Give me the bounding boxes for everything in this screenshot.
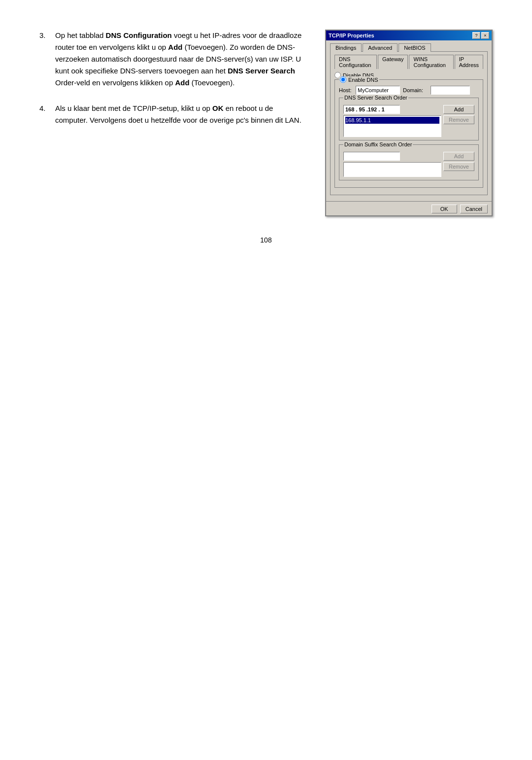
host-input[interactable]: [356, 86, 400, 95]
dns-server-search-title: DNS Server Search Order: [343, 95, 408, 101]
host-domain-row: Host: Domain:: [339, 86, 479, 95]
text-column: 3. Op het tabblad DNS Configuration voeg…: [39, 30, 305, 140]
tab-wins-configuration[interactable]: WINS Configuration: [409, 55, 453, 69]
enable-dns-title: Enable DNS: [339, 76, 379, 84]
dns-btn-group: Add Remove: [443, 105, 474, 124]
step-3-number: 3.: [39, 30, 51, 89]
domain-suffix-btn-group: Add Remove: [443, 152, 474, 171]
tab-advanced[interactable]: Advanced: [363, 43, 398, 52]
dns-list-box: 168.95.1.1: [343, 115, 441, 137]
domain-suffix-title: Domain Suffix Search Order: [343, 141, 413, 147]
dns-ip-input[interactable]: [343, 105, 400, 114]
domain-input[interactable]: [431, 86, 470, 95]
dialog-footer: OK Cancel: [326, 201, 492, 215]
dns-entry-row: 168.95.1.1 Add Remove: [343, 105, 474, 137]
domain-label: Domain:: [403, 87, 428, 93]
enable-dns-group: Enable DNS Host: Domain:: [334, 79, 483, 188]
step-4-number: 4.: [39, 103, 51, 126]
tab-gateway[interactable]: Gateway: [378, 55, 408, 69]
dns-input-list: 168.95.1.1: [343, 105, 441, 137]
tab-dns-configuration[interactable]: DNS Configuration: [334, 55, 377, 69]
help-button[interactable]: ?: [472, 32, 480, 39]
page-content: 3. Op het tabblad DNS Configuration voeg…: [39, 30, 493, 216]
enable-dns-radio[interactable]: [340, 76, 346, 83]
ok-button[interactable]: OK: [432, 205, 457, 213]
step-3-text: Op het tabblad DNS Configuration voegt u…: [55, 30, 305, 89]
domain-suffix-inputs: [343, 152, 441, 177]
host-label: Host:: [339, 87, 353, 93]
tab-bindings[interactable]: Bindings: [330, 43, 362, 52]
page-number: 108: [39, 236, 493, 244]
dns-list-item-0[interactable]: 168.95.1.1: [345, 117, 439, 124]
step-3: 3. Op het tabblad DNS Configuration voeg…: [39, 30, 305, 89]
dns-add-button[interactable]: Add: [443, 105, 474, 114]
cancel-button[interactable]: Cancel: [460, 205, 488, 213]
domain-suffix-add-button[interactable]: Add: [443, 152, 474, 161]
dns-remove-button[interactable]: Remove: [443, 115, 474, 124]
tcp-ip-dialog: TCP/IP Properties ? × Bindings Advanced …: [325, 30, 493, 216]
domain-suffix-list: [343, 162, 441, 177]
enable-dns-label: Enable DNS: [348, 77, 378, 83]
domain-suffix-remove-button[interactable]: Remove: [443, 162, 474, 171]
dialog-column: TCP/IP Properties ? × Bindings Advanced …: [325, 30, 493, 216]
step-4-text: Als u klaar bent met de TCP/IP-setup, kl…: [55, 103, 305, 126]
titlebar-buttons: ? ×: [472, 32, 489, 39]
domain-suffix-group: Domain Suffix Search Order Add Remove: [339, 144, 479, 180]
tab-netbios[interactable]: NetBIOS: [399, 43, 431, 52]
domain-suffix-entry-row: Add Remove: [343, 152, 474, 177]
dialog-titlebar: TCP/IP Properties ? ×: [326, 31, 492, 40]
tabs-container: DNS Configuration Gateway WINS Configura…: [330, 51, 488, 195]
dialog-body: Bindings Advanced NetBIOS DNS Configurat…: [326, 40, 492, 199]
tabs-row-1: Bindings Advanced NetBIOS: [330, 43, 488, 52]
close-button[interactable]: ×: [481, 32, 489, 39]
domain-suffix-input[interactable]: [343, 152, 400, 161]
step-4: 4. Als u klaar bent met de TCP/IP-setup,…: [39, 103, 305, 126]
dialog-title: TCP/IP Properties: [329, 33, 374, 38]
tabs-row-2: DNS Configuration Gateway WINS Configura…: [334, 55, 483, 69]
dns-server-search-group: DNS Server Search Order 168.95.1.1: [339, 98, 479, 140]
tab-ip-address[interactable]: IP Address: [455, 55, 483, 69]
